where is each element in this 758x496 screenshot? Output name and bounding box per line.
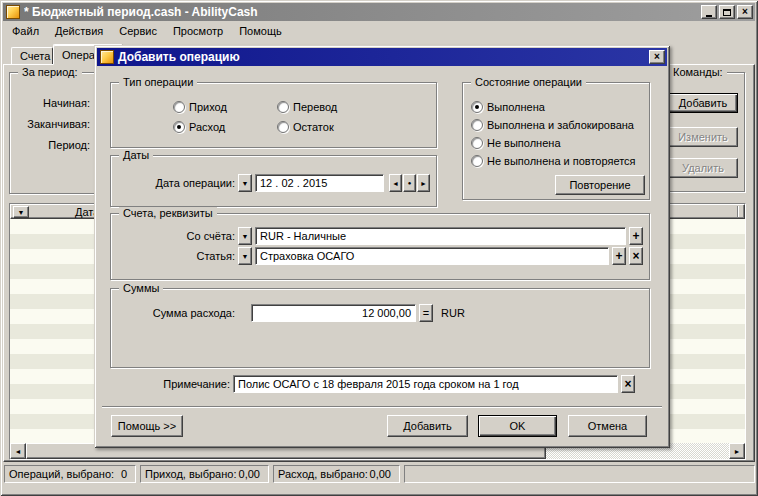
expense-amount-field[interactable]: 12 000,00: [251, 304, 416, 322]
command-delete-button: Удалить: [668, 158, 738, 178]
scroll-left-button[interactable]: ◄: [10, 443, 26, 459]
note-field[interactable]: Полис ОСАГО с 18 февраля 2015 года сроко…: [233, 375, 618, 393]
status-income-label: Приход, выбрано:: [145, 468, 237, 480]
radio-transfer[interactable]: Перевод: [277, 99, 436, 114]
accounts-group-title: Счета, реквизиты: [119, 207, 217, 220]
account-dropdown-button[interactable]: ▼: [238, 227, 252, 245]
cancel-button[interactable]: Отмена: [568, 415, 647, 437]
arrow-right-icon: ►: [734, 448, 741, 455]
expense-amount-label: Сумма расхода:: [115, 307, 235, 319]
accounts-group: Счета, реквизиты Со счёта: ▼ RUR - Налич…: [110, 213, 650, 280]
date-prev-button[interactable]: ◄: [389, 174, 402, 192]
separator: [102, 406, 662, 408]
radio-icon: [471, 137, 483, 149]
note-label: Примечание:: [110, 378, 230, 390]
operation-type-title: Тип операции: [119, 76, 197, 89]
radio-icon: [471, 101, 483, 113]
operation-type-group: Тип операции Приход Перевод Расход Остат…: [110, 82, 437, 148]
operation-date-label: Дата операции:: [115, 177, 235, 189]
plus-icon: +: [632, 230, 639, 242]
menu-file[interactable]: Файл: [4, 23, 47, 39]
add-account-button[interactable]: +: [629, 227, 643, 245]
minimize-icon: [706, 15, 712, 17]
command-add-button[interactable]: Добавить: [668, 93, 738, 113]
ok-button[interactable]: OK: [478, 415, 557, 437]
dates-group-title: Даты: [119, 149, 153, 162]
note-row: Примечание: Полис ОСАГО с 18 февраля 201…: [110, 375, 635, 393]
radio-icon: [277, 101, 289, 113]
category-dropdown-button[interactable]: ▼: [238, 247, 252, 265]
maximize-icon: [723, 9, 731, 16]
radio-transfer-label: Перевод: [293, 101, 337, 113]
help-button[interactable]: Помощь >>: [111, 415, 183, 437]
radio-expense-label: Расход: [189, 121, 225, 133]
tab-accounts[interactable]: Счета: [11, 47, 53, 65]
column-chooser-button[interactable]: ▼: [13, 206, 29, 218]
currency-label: RUR: [441, 307, 465, 319]
repeat-button[interactable]: Повторение: [555, 175, 645, 195]
maximize-button[interactable]: [719, 5, 735, 19]
close-button[interactable]: ×: [737, 5, 753, 19]
operation-state-group: Состояние операции Выполнена Выполнена и…: [462, 82, 650, 200]
radio-income[interactable]: Приход: [173, 99, 277, 114]
from-account-label: Со счёта:: [115, 230, 235, 242]
dialog-titlebar: Добавить операцию ×: [97, 48, 667, 66]
period-start-label: Начиная:: [10, 97, 90, 109]
radio-executed-label: Выполнена: [487, 101, 545, 113]
radio-income-label: Приход: [189, 101, 227, 113]
window-titlebar: * Бюджетный период.cash - AbilityCash ×: [3, 3, 755, 21]
chevron-down-icon: ▼: [242, 180, 249, 187]
radio-repeating-label: Не выполнена и повторяется: [487, 155, 636, 167]
add-button[interactable]: Добавить: [387, 415, 468, 437]
radio-balance[interactable]: Остаток: [277, 119, 436, 134]
clear-icon: ×: [624, 378, 631, 390]
calculator-button[interactable]: =: [419, 304, 433, 322]
close-icon: ×: [742, 7, 748, 17]
column-divider: [737, 206, 738, 217]
menu-service[interactable]: Сервис: [111, 23, 165, 39]
menu-actions[interactable]: Действия: [47, 23, 111, 39]
clear-note-button[interactable]: ×: [621, 375, 635, 393]
minimize-button[interactable]: [701, 5, 717, 19]
date-next-button[interactable]: ►: [417, 174, 430, 192]
scroll-right-button[interactable]: ►: [729, 443, 745, 459]
add-category-button[interactable]: +: [612, 247, 626, 265]
chevron-down-icon: ▼: [18, 209, 25, 216]
date-today-button[interactable]: ●: [403, 174, 416, 192]
plus-icon: +: [615, 250, 622, 262]
dialog-icon: [100, 50, 114, 64]
status-expense-value: 0,00: [370, 468, 391, 480]
menu-help[interactable]: Помощь: [231, 23, 290, 39]
dialog-close-button[interactable]: ×: [649, 50, 665, 64]
radio-not-executed[interactable]: Не выполнена: [471, 135, 645, 150]
radio-executed-locked[interactable]: Выполнена и заблокирована: [471, 117, 645, 132]
add-operation-dialog: Добавить операцию × Тип операции Приход …: [94, 45, 670, 448]
operation-date-field[interactable]: 12 . 02 . 2015: [255, 174, 384, 192]
radio-not-executed-label: Не выполнена: [487, 137, 561, 149]
commands-group-title: Команды:: [669, 66, 727, 79]
status-expense-label: Расход, выбрано:: [278, 468, 368, 480]
radio-icon: [471, 155, 483, 167]
clear-category-button[interactable]: ×: [629, 247, 643, 265]
arrow-right-icon: ►: [420, 180, 427, 187]
close-icon: ×: [654, 52, 660, 62]
equals-icon: =: [423, 308, 429, 319]
category-label: Статья:: [115, 250, 235, 262]
from-account-field[interactable]: RUR - Наличные: [255, 227, 626, 245]
status-operations: Операций, выбрано: 0: [4, 465, 136, 483]
menu-view[interactable]: Просмотр: [165, 23, 231, 39]
chevron-down-icon: ▼: [242, 253, 249, 260]
radio-icon: [173, 121, 185, 133]
period-period-label: Период:: [10, 139, 90, 151]
category-field[interactable]: Страховка ОСАГО: [255, 247, 609, 265]
radio-icon: [277, 121, 289, 133]
period-group-title: За период:: [18, 66, 82, 79]
radio-executed-locked-label: Выполнена и заблокирована: [487, 119, 634, 131]
sums-group: Суммы Сумма расхода: 12 000,00 = RUR: [110, 288, 650, 368]
status-expense: Расход, выбрано: 0,00: [273, 465, 400, 483]
date-dropdown-button[interactable]: ▼: [238, 174, 252, 192]
radio-repeating[interactable]: Не выполнена и повторяется: [471, 153, 645, 168]
dates-group: Даты Дата операции: ▼ 12 . 02 . 2015 ◄ ●…: [110, 155, 437, 207]
radio-expense[interactable]: Расход: [173, 119, 277, 134]
radio-executed[interactable]: Выполнена: [471, 99, 645, 114]
